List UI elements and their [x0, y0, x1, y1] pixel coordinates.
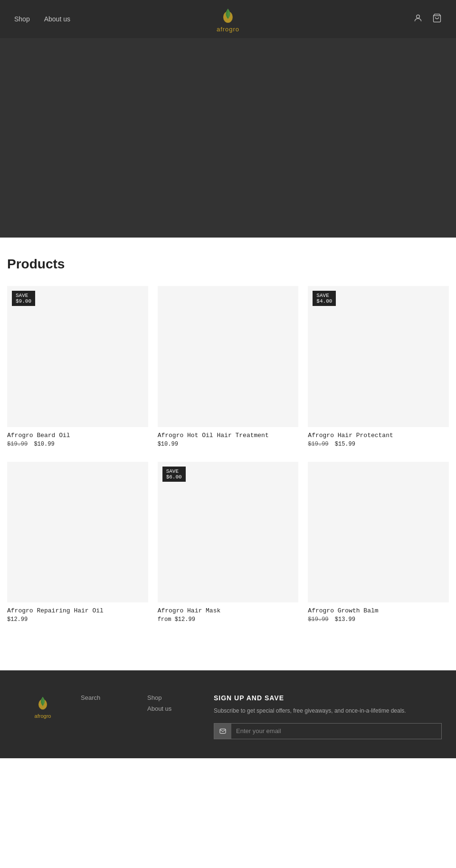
footer-signup: SIGN UP AND SAVE Subscribe to get specia… — [214, 694, 442, 739]
hero-banner — [0, 38, 456, 238]
envelope-icon — [219, 727, 227, 735]
save-badge-hair-mask: SAVE$6.00 — [162, 467, 186, 482]
cart-icon[interactable] — [432, 13, 442, 25]
nav-about-link[interactable]: About us — [44, 15, 70, 23]
product-name-repairing-hair-oil: Afrogro Repairing Hair Oil — [7, 607, 148, 614]
nav-left-links: Shop About us — [14, 15, 70, 23]
product-image-hair-mask: SAVE$6.00 — [158, 462, 299, 603]
nav-logo-text: afrogro — [217, 26, 239, 33]
footer-col-search: Search — [81, 694, 138, 705]
product-prices-hair-mask: from $12.99 — [158, 616, 299, 623]
product-card-hair-protectant[interactable]: SAVE$4.00 Afrogro Hair Protectant $19.99… — [308, 286, 449, 448]
nav-shop-link[interactable]: Shop — [14, 15, 30, 23]
sale-price-growth-balm: $13.99 — [335, 616, 355, 623]
footer-shop-link[interactable]: Shop — [147, 694, 204, 701]
footer-signup-description: Subscribe to get special offers, free gi… — [214, 706, 442, 715]
account-icon[interactable] — [413, 13, 423, 25]
footer-logo: afrogro — [14, 694, 71, 719]
product-card-hot-oil[interactable]: Afrogro Hot Oil Hair Treatment $10.99 — [158, 286, 299, 448]
product-card-repairing-hair-oil[interactable]: Afrogro Repairing Hair Oil $12.99 — [7, 462, 148, 623]
sale-price-hair-mask: from $12.99 — [158, 616, 195, 623]
product-card-hair-mask[interactable]: SAVE$6.00 Afrogro Hair Mask from $12.99 — [158, 462, 299, 623]
product-prices-hot-oil: $10.99 — [158, 441, 299, 448]
footer-logo-icon — [34, 694, 51, 711]
email-input[interactable] — [231, 724, 441, 738]
original-price-beard-oil: $19.99 — [7, 441, 28, 448]
product-name-hair-mask: Afrogro Hair Mask — [158, 607, 299, 614]
product-card-beard-oil[interactable]: SAVE$9.00 Afrogro Beard Oil $19.99 $10.9… — [7, 286, 148, 448]
product-prices-repairing-hair-oil: $12.99 — [7, 616, 148, 623]
product-prices-growth-balm: $19.99 $13.99 — [308, 616, 449, 623]
product-image-beard-oil: SAVE$9.00 — [7, 286, 148, 427]
sale-price-beard-oil: $10.99 — [34, 441, 54, 448]
product-image-hot-oil — [158, 286, 299, 427]
footer-about-link[interactable]: About us — [147, 705, 204, 712]
footer-logo-text: afrogro — [35, 713, 51, 719]
footer-signup-title: SIGN UP AND SAVE — [214, 694, 442, 702]
product-image-repairing-hair-oil — [7, 462, 148, 603]
footer-email-icon — [214, 724, 231, 739]
product-image-hair-protectant: SAVE$4.00 — [308, 286, 449, 427]
product-prices-beard-oil: $19.99 $10.99 — [7, 441, 148, 448]
save-badge-hair-protectant: SAVE$4.00 — [313, 291, 336, 306]
product-name-hot-oil: Afrogro Hot Oil Hair Treatment — [158, 432, 299, 439]
svg-point-1 — [417, 15, 420, 18]
sale-price-hair-protectant: $15.99 — [335, 441, 355, 448]
main-content: Products SAVE$9.00 Afrogro Beard Oil $19… — [0, 238, 456, 642]
product-image-growth-balm — [308, 462, 449, 603]
navigation: Shop About us afrogro — [0, 0, 456, 38]
footer: afrogro Search Shop About us SIGN UP AND… — [0, 670, 456, 758]
logo-icon — [218, 6, 238, 25]
svg-rect-4 — [220, 729, 226, 733]
product-name-beard-oil: Afrogro Beard Oil — [7, 432, 148, 439]
footer-col-nav: Shop About us — [147, 694, 204, 716]
product-card-growth-balm[interactable]: Afrogro Growth Balm $19.99 $13.99 — [308, 462, 449, 623]
nav-right-icons — [413, 13, 442, 25]
product-grid: SAVE$9.00 Afrogro Beard Oil $19.99 $10.9… — [7, 286, 449, 623]
footer-email-form — [214, 723, 442, 739]
sale-price-hot-oil: $10.99 — [158, 441, 178, 448]
nav-logo[interactable]: afrogro — [217, 6, 239, 33]
products-section-title: Products — [7, 257, 449, 272]
original-price-hair-protectant: $19.99 — [308, 441, 328, 448]
save-badge-beard-oil: SAVE$9.00 — [12, 291, 35, 306]
footer-search-link[interactable]: Search — [81, 694, 138, 701]
original-price-growth-balm: $19.99 — [308, 616, 328, 623]
product-name-growth-balm: Afrogro Growth Balm — [308, 607, 449, 614]
sale-price-repairing-hair-oil: $12.99 — [7, 616, 28, 623]
product-name-hair-protectant: Afrogro Hair Protectant — [308, 432, 449, 439]
product-prices-hair-protectant: $19.99 $15.99 — [308, 441, 449, 448]
